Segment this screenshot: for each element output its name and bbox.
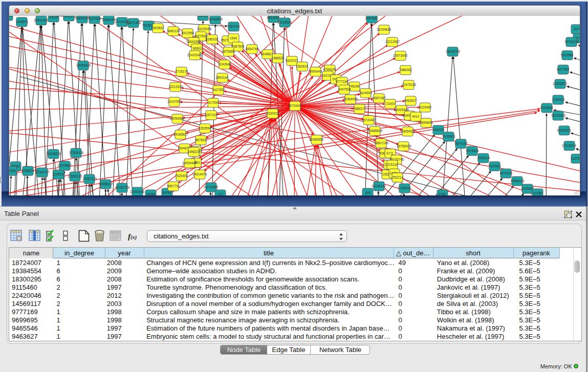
svg-text:5322037: 5322037 [286, 59, 298, 62]
svg-text:6794028: 6794028 [323, 68, 336, 71]
svg-text:3875685: 3875685 [222, 50, 235, 53]
svg-text:14136141: 14136141 [372, 184, 386, 188]
svg-text:15720407: 15720407 [362, 118, 377, 122]
svg-text:7485063: 7485063 [399, 68, 412, 72]
svg-text:10973493: 10973493 [393, 54, 408, 57]
svg-text:7625402: 7625402 [176, 174, 188, 178]
svg-text:867833: 867833 [195, 138, 206, 142]
svg-text:14914479: 14914479 [192, 172, 207, 176]
svg-text:98961: 98961 [192, 47, 202, 50]
svg-text:8471676: 8471676 [500, 171, 513, 175]
svg-text:20691406: 20691406 [34, 18, 49, 22]
svg-text:17342757: 17342757 [35, 170, 50, 174]
svg-text:1353594: 1353594 [199, 126, 211, 130]
svg-text:1733426: 1733426 [398, 186, 411, 190]
svg-text:17957223: 17957223 [82, 177, 97, 181]
svg-text:1498223: 1498223 [187, 150, 200, 154]
svg-text:7632621: 7632621 [489, 164, 502, 168]
svg-text:29053346: 29053346 [76, 63, 91, 67]
svg-text:6879197: 6879197 [455, 142, 468, 145]
svg-text:16543382: 16543382 [186, 40, 201, 43]
svg-text:417006: 417006 [208, 101, 219, 104]
svg-text:12505135: 12505135 [68, 174, 82, 178]
svg-text:8215955: 8215955 [540, 106, 553, 110]
svg-text:14099489: 14099489 [182, 161, 197, 165]
svg-text:97450: 97450 [533, 191, 542, 195]
svg-text:9329966: 9329966 [561, 53, 574, 57]
svg-text:164095: 164095 [433, 128, 444, 132]
svg-text:19166827: 19166827 [173, 133, 188, 136]
svg-text:6497508: 6497508 [338, 87, 351, 91]
svg-text:18807249: 18807249 [374, 141, 389, 145]
svg-text:2803144: 2803144 [216, 76, 229, 79]
svg-text:10975867: 10975867 [57, 164, 72, 167]
svg-text:15751074: 15751074 [564, 40, 579, 43]
svg-text:12975115: 12975115 [402, 83, 416, 86]
svg-text:9857791: 9857791 [167, 184, 180, 188]
svg-text:10688609: 10688609 [368, 129, 383, 133]
svg-text:177: 177 [218, 192, 224, 195]
svg-text:19035: 19035 [49, 16, 58, 19]
svg-text:1117: 1117 [573, 27, 580, 31]
svg-text:16033809: 16033809 [208, 17, 223, 21]
svg-text:8186328: 8186328 [206, 37, 219, 41]
svg-text:7357224: 7357224 [227, 25, 240, 28]
svg-text:89764: 89764 [162, 191, 171, 194]
svg-text:168537: 168537 [63, 16, 74, 18]
svg-text:17359928: 17359928 [69, 151, 84, 155]
svg-text:8813054: 8813054 [267, 16, 280, 19]
svg-text:15716485: 15716485 [204, 185, 219, 189]
svg-text:12213967: 12213967 [385, 40, 400, 43]
svg-text:f(x): f(x) [128, 232, 137, 240]
svg-text:1588520: 1588520 [272, 56, 285, 60]
svg-text:16648784: 16648784 [446, 50, 461, 53]
svg-text:20533: 20533 [9, 16, 12, 17]
svg-text:22420046: 22420046 [187, 53, 202, 57]
svg-text:6466160: 6466160 [102, 18, 115, 21]
svg-text:9146821: 9146821 [261, 52, 274, 56]
svg-text:19054982: 19054982 [170, 117, 185, 120]
svg-text:12213319: 12213319 [168, 85, 183, 89]
svg-text:92450: 92450 [146, 192, 156, 195]
svg-text:8454749: 8454749 [246, 47, 258, 51]
svg-text:7986372: 7986372 [353, 107, 366, 111]
svg-text:9750: 9750 [439, 192, 446, 195]
svg-text:1145194: 1145194 [53, 172, 66, 176]
svg-text:23226058: 23226058 [197, 27, 212, 31]
svg-text:10653267: 10653267 [75, 16, 90, 20]
svg-text:2930021: 2930021 [267, 112, 279, 115]
svg-text:9463627: 9463627 [404, 99, 417, 102]
svg-text:21600: 21600 [386, 102, 395, 105]
svg-text:9427552: 9427552 [212, 88, 225, 92]
svg-text:19756928: 19756928 [397, 144, 411, 148]
svg-text:8990448: 8990448 [310, 70, 322, 73]
svg-text:16033: 16033 [199, 16, 208, 17]
svg-text:5933923: 5933923 [443, 135, 455, 138]
svg-text:10958107: 10958107 [99, 182, 114, 186]
svg-text:1405571: 1405571 [16, 20, 29, 24]
svg-text:9474444: 9474444 [466, 149, 479, 152]
svg-text:18724007: 18724007 [288, 104, 302, 107]
svg-text:2935114: 2935114 [477, 156, 490, 160]
svg-text:6711: 6711 [386, 151, 394, 155]
svg-text:1546: 1546 [230, 36, 237, 40]
svg-text:20206576: 20206576 [47, 152, 61, 156]
svg-text:10654112: 10654112 [510, 179, 525, 183]
svg-text:3624554: 3624554 [359, 91, 372, 95]
svg-text:39154: 39154 [9, 169, 16, 172]
svg-text:16782759: 16782759 [115, 186, 130, 189]
svg-text:9699695: 9699695 [420, 121, 433, 124]
svg-text:9115460: 9115460 [419, 105, 432, 109]
svg-text:19384554: 19384554 [309, 138, 324, 141]
svg-text:252214: 252214 [392, 176, 403, 179]
svg-text:9227349: 9227349 [557, 68, 570, 71]
svg-text:17016504: 17016504 [562, 144, 577, 147]
svg-text:1362615: 1362615 [296, 64, 309, 68]
svg-text:9777169: 9777169 [336, 80, 349, 83]
svg-text:20364456: 20364456 [343, 97, 358, 101]
svg-text:15692901: 15692901 [557, 128, 572, 132]
svg-text:1156829: 1156829 [21, 169, 34, 172]
svg-text:19218506: 19218506 [277, 20, 292, 24]
svg-text:19654923: 19654923 [401, 129, 416, 133]
svg-text:2087682: 2087682 [365, 16, 378, 20]
